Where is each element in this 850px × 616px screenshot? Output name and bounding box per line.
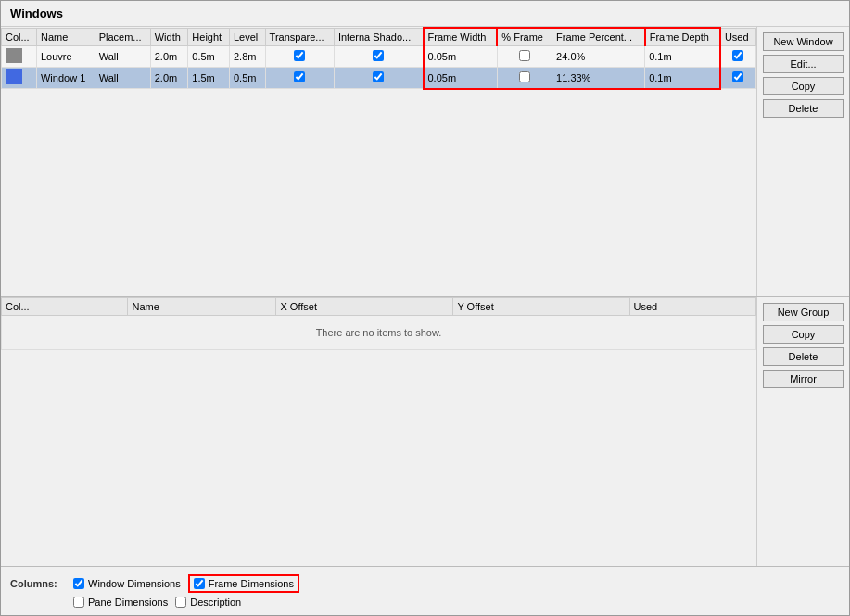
- copy-button-bottom[interactable]: Copy: [763, 325, 844, 344]
- window1-width: 2.0m: [150, 68, 188, 89]
- footer-row-2: Pane Dimensions Description: [10, 597, 840, 608]
- col-header-level: Level: [229, 28, 265, 46]
- delete-button-top[interactable]: Delete: [763, 99, 844, 118]
- col-header-internal-shadow: Interna Shado...: [334, 28, 423, 46]
- empty-row: There are no items to show.: [2, 315, 756, 349]
- louvre-internal-shadow[interactable]: [334, 46, 423, 68]
- louvre-pct-frame-checkbox[interactable]: [519, 50, 530, 61]
- bottom-table-scroll[interactable]: Col... Name X Offset Y Offset Used There…: [1, 297, 756, 567]
- table-row: Window 1 Wall 2.0m 1.5m 0.5m: [2, 68, 756, 89]
- empty-message: There are no items to show.: [2, 315, 756, 349]
- louvre-level: 2.8m: [229, 46, 265, 68]
- col-header-frame-depth: Frame Depth: [645, 28, 720, 46]
- dialog-title: Windows: [1, 1, 849, 27]
- louvre-color-cell: [2, 46, 37, 68]
- description-text: Description: [190, 597, 241, 608]
- window1-height: 1.5m: [188, 68, 230, 89]
- window1-used[interactable]: [720, 68, 756, 89]
- description-checkbox[interactable]: [175, 597, 186, 608]
- window1-frame-percent: 11.33%: [552, 68, 645, 89]
- window1-transparency-checkbox[interactable]: [294, 71, 305, 82]
- top-table-header-row: Col... Name Placem... Width Height Level…: [2, 28, 756, 46]
- bottom-col-header-name: Name: [128, 297, 276, 315]
- louvre-width: 2.0m: [150, 46, 188, 68]
- window1-pct-frame[interactable]: [497, 68, 552, 89]
- frame-dimensions-checkbox[interactable]: [194, 578, 205, 589]
- top-table-scroll[interactable]: Col... Name Placem... Width Height Level…: [1, 27, 756, 296]
- window-dimensions-checkbox[interactable]: [73, 578, 84, 589]
- louvre-used-checkbox[interactable]: [732, 50, 743, 61]
- window1-frame-depth: 0.1m: [645, 68, 720, 89]
- windows-table: Col... Name Placem... Width Height Level…: [1, 27, 756, 90]
- col-header-height: Height: [188, 28, 230, 46]
- louvre-frame-width: 0.05m: [424, 46, 498, 68]
- window1-internal-shadow[interactable]: [334, 68, 423, 89]
- louvre-name: Louvre: [36, 46, 95, 68]
- window1-internal-shadow-checkbox[interactable]: [373, 71, 384, 82]
- louvre-height: 0.5m: [188, 46, 230, 68]
- bottom-col-header-col: Col...: [2, 297, 128, 315]
- footer-area: Columns: Window Dimensions Frame Dimensi…: [1, 567, 849, 615]
- louvre-frame-depth: 0.1m: [645, 46, 720, 68]
- col-header-transparency: Transpare...: [265, 28, 334, 46]
- window1-color-cell: [2, 68, 37, 89]
- window1-transparency[interactable]: [265, 68, 334, 89]
- new-group-button[interactable]: New Group: [763, 303, 844, 321]
- louvre-internal-shadow-checkbox[interactable]: [373, 50, 384, 61]
- pane-dimensions-label[interactable]: Pane Dimensions: [73, 597, 168, 608]
- windows-dialog: Windows Col... Name Placem... Width Heig…: [0, 0, 850, 616]
- louvre-transparency-checkbox[interactable]: [294, 50, 305, 61]
- window1-pct-frame-checkbox[interactable]: [519, 71, 530, 82]
- col-header-frame-percent: Frame Percent...: [552, 28, 645, 46]
- window1-name: Window 1: [36, 68, 95, 89]
- window1-used-checkbox[interactable]: [732, 71, 743, 82]
- bottom-table-area: Col... Name X Offset Y Offset Used There…: [1, 297, 756, 567]
- main-content: Col... Name Placem... Width Height Level…: [1, 27, 849, 615]
- columns-label: Columns:: [10, 578, 66, 589]
- bottom-col-header-y-offset: Y Offset: [453, 297, 629, 315]
- bottom-sidebar: New Group Copy Delete Mirror: [756, 297, 849, 567]
- pane-dimensions-text: Pane Dimensions: [88, 597, 168, 608]
- col-header-col: Col...: [2, 28, 37, 46]
- new-window-button[interactable]: New Window: [763, 32, 844, 51]
- top-table-area: Col... Name Placem... Width Height Level…: [1, 27, 756, 296]
- col-header-placement: Placem...: [95, 28, 150, 46]
- frame-dimensions-text: Frame Dimensions: [209, 578, 294, 589]
- window-dimensions-label[interactable]: Window Dimensions: [73, 578, 181, 589]
- col-header-used: Used: [720, 28, 756, 46]
- louvre-used[interactable]: [720, 46, 756, 68]
- bottom-col-header-x-offset: X Offset: [276, 297, 453, 315]
- description-label[interactable]: Description: [175, 597, 241, 608]
- col-header-name: Name: [36, 28, 95, 46]
- mirror-button[interactable]: Mirror: [763, 370, 844, 388]
- copy-button-top[interactable]: Copy: [763, 77, 844, 95]
- edit-button[interactable]: Edit...: [763, 55, 844, 73]
- louvre-transparency[interactable]: [265, 46, 334, 68]
- window1-color-swatch: [6, 69, 22, 84]
- bottom-table-header-row: Col... Name X Offset Y Offset Used: [2, 297, 756, 315]
- louvre-frame-percent: 24.0%: [552, 46, 645, 68]
- col-header-pct-frame: % Frame: [497, 28, 552, 46]
- louvre-pct-frame[interactable]: [497, 46, 552, 68]
- window-dimensions-text: Window Dimensions: [88, 578, 181, 589]
- col-header-width: Width: [150, 28, 188, 46]
- bottom-section: Col... Name X Offset Y Offset Used There…: [1, 297, 849, 568]
- louvre-color-swatch: [6, 48, 22, 63]
- top-sidebar: New Window Edit... Copy Delete: [756, 27, 849, 296]
- footer-row-1: Columns: Window Dimensions Frame Dimensi…: [10, 574, 840, 593]
- louvre-placement: Wall: [95, 46, 150, 68]
- frame-dimensions-label[interactable]: Frame Dimensions: [188, 574, 299, 593]
- window1-level: 0.5m: [229, 68, 265, 89]
- top-section: Col... Name Placem... Width Height Level…: [1, 27, 849, 297]
- window1-placement: Wall: [95, 68, 150, 89]
- window1-frame-width: 0.05m: [424, 68, 498, 89]
- col-header-frame-width: Frame Width: [424, 28, 498, 46]
- groups-table: Col... Name X Offset Y Offset Used There…: [1, 297, 756, 350]
- table-row: Louvre Wall 2.0m 0.5m 2.8m: [2, 46, 756, 68]
- delete-button-bottom[interactable]: Delete: [763, 347, 844, 366]
- bottom-col-header-used: Used: [629, 297, 755, 315]
- pane-dimensions-checkbox[interactable]: [73, 597, 84, 608]
